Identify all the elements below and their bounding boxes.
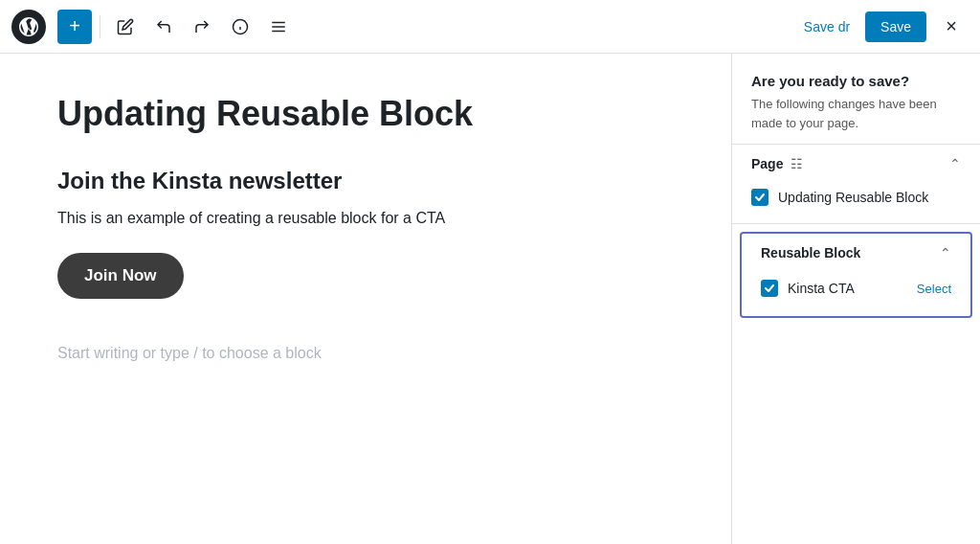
reusable-section-title-row: Reusable Block bbox=[761, 245, 860, 261]
toolbar-divider bbox=[100, 15, 100, 38]
join-now-button[interactable]: Join Now bbox=[57, 253, 184, 299]
select-button[interactable]: Select bbox=[917, 282, 951, 296]
reusable-section-label: Reusable Block bbox=[761, 245, 860, 261]
save-button[interactable]: Save bbox=[865, 11, 926, 42]
wp-logo-icon bbox=[11, 10, 46, 44]
page-checklist-label: Updating Reusable Block bbox=[778, 190, 961, 205]
editor-placeholder[interactable]: Start writing or type / to choose a bloc… bbox=[57, 345, 674, 362]
page-section-content: Updating Reusable Block bbox=[751, 171, 961, 212]
redo-button[interactable] bbox=[185, 10, 219, 44]
editor-area: Updating Reusable Block Join the Kinsta … bbox=[0, 54, 731, 544]
panel-title: Are you ready to save? bbox=[751, 73, 961, 89]
reusable-checkbox[interactable] bbox=[761, 280, 778, 297]
edit-tool-button[interactable] bbox=[108, 10, 143, 44]
page-section-header[interactable]: Page ☷ ⌃ bbox=[751, 156, 961, 171]
save-draft-button[interactable]: Save dr bbox=[796, 13, 858, 40]
reusable-section-content: Kinsta CTA Select bbox=[761, 261, 951, 305]
add-block-button[interactable]: + bbox=[57, 10, 92, 44]
list-view-button[interactable] bbox=[261, 10, 296, 44]
block-heading: Join the Kinsta newsletter bbox=[57, 168, 674, 194]
reusable-section-header[interactable]: Reusable Block ⌃ bbox=[761, 245, 951, 261]
main-layout: Updating Reusable Block Join the Kinsta … bbox=[0, 54, 980, 544]
toolbar-right: Save dr Save × bbox=[796, 10, 969, 44]
toolbar: + Save dr Save × bbox=[0, 0, 980, 54]
page-section: Page ☷ ⌃ Updating Reusable Block bbox=[732, 145, 980, 224]
reusable-checklist-item: Kinsta CTA Select bbox=[761, 272, 951, 305]
undo-button[interactable] bbox=[146, 10, 181, 44]
page-chevron-up-icon: ⌃ bbox=[949, 156, 961, 171]
page-checkbox[interactable] bbox=[751, 189, 768, 206]
reusable-checklist-label: Kinsta CTA bbox=[788, 281, 907, 296]
page-checklist-item: Updating Reusable Block bbox=[751, 183, 961, 212]
page-section-title-row: Page ☷ bbox=[751, 156, 803, 171]
info-button[interactable] bbox=[223, 10, 257, 44]
reusable-block-section: Reusable Block ⌃ Kinsta CTA Select bbox=[740, 232, 972, 318]
panel-header: Are you ready to save? The following cha… bbox=[732, 54, 980, 144]
close-button[interactable]: × bbox=[934, 10, 969, 44]
panel-subtitle: The following changes have been made to … bbox=[751, 95, 961, 132]
page-doc-icon: ☷ bbox=[791, 156, 803, 171]
reusable-chevron-up-icon: ⌃ bbox=[940, 245, 951, 261]
page-section-label: Page bbox=[751, 156, 783, 171]
block-text: This is an example of creating a reusabl… bbox=[57, 206, 674, 231]
right-panel: Are you ready to save? The following cha… bbox=[731, 54, 980, 544]
page-title: Updating Reusable Block bbox=[57, 92, 674, 137]
